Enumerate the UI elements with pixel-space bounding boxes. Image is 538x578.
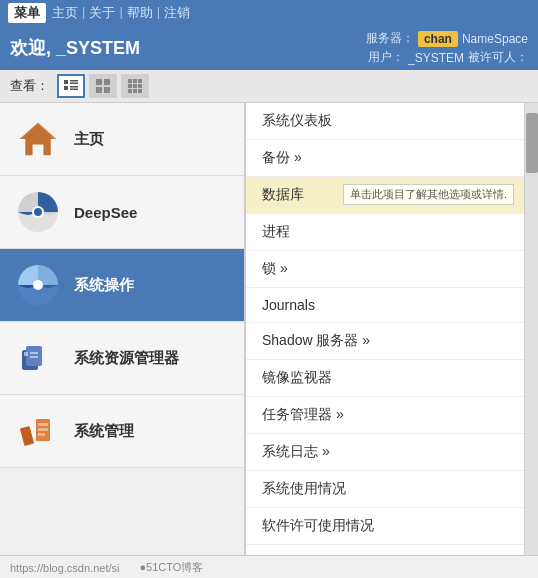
dropdown-item-label-syslog: 系统日志 »	[262, 443, 330, 461]
dropdown-item-label-journals: Journals	[262, 297, 315, 313]
deepsee-icon	[16, 190, 60, 234]
view-btn-grid[interactable]	[89, 74, 117, 98]
dropdown-item-label-lock: 锁 »	[262, 260, 288, 278]
svg-rect-4	[70, 86, 78, 88]
sidebar: 主页 DeepSee	[0, 103, 245, 555]
sidebar-item-deepsee-label: DeepSee	[74, 204, 137, 221]
watermark-left: https://blog.csdn.net/si	[10, 562, 119, 574]
svg-point-25	[33, 280, 43, 290]
sidebar-item-deepsee[interactable]: DeepSee	[0, 176, 244, 249]
sidebar-item-home-label: 主页	[74, 130, 104, 149]
sidebar-item-home[interactable]: 主页	[0, 103, 244, 176]
svg-rect-9	[104, 87, 110, 93]
svg-rect-12	[138, 79, 142, 83]
server-value: chan	[418, 31, 458, 47]
view-btn-list[interactable]	[57, 74, 85, 98]
dropdown-item-label-sysusage: 系统使用情况	[262, 480, 346, 498]
svg-rect-16	[128, 89, 132, 93]
svg-rect-0	[64, 80, 68, 84]
sidebar-item-sysmgr[interactable]: 系统管理	[0, 395, 244, 468]
svg-rect-31	[20, 426, 34, 446]
dropdown-item-journals[interactable]: Journals	[246, 288, 524, 323]
dropdown-item-process[interactable]: 进程	[246, 214, 524, 251]
sep1: |	[82, 4, 85, 22]
menu-about[interactable]: 关于	[89, 4, 115, 22]
sysops-icon	[16, 263, 60, 307]
header-title: 欢迎, _SYSTEM	[10, 36, 140, 60]
dropdown-item-lock[interactable]: 锁 »	[246, 251, 524, 288]
user-label: 用户：	[368, 49, 404, 66]
sysres-icon	[16, 336, 60, 380]
sep3: |	[157, 4, 160, 22]
svg-rect-17	[133, 89, 137, 93]
dropdown-item-label-softlicense: 软件许可使用情况	[262, 517, 374, 535]
server-label: 服务器：	[366, 30, 414, 47]
dropdown-item-label-taskmanager: 任务管理器 »	[262, 406, 344, 424]
svg-rect-10	[128, 79, 132, 83]
svg-rect-34	[38, 428, 48, 431]
menu-links: 主页 | 关于 | 帮助 | 注销	[52, 4, 190, 22]
svg-rect-14	[133, 84, 137, 88]
dropdown-item-mirror[interactable]: 镜像监视器	[246, 360, 524, 397]
server-row: 服务器： chan NameSpace	[366, 30, 528, 47]
dropdown-item-database[interactable]: 数据库单击此项目了解其他选项或详情.	[246, 177, 524, 214]
dropdown-item-sysusage[interactable]: 系统使用情况	[246, 471, 524, 508]
dropdown-item-syslog[interactable]: 系统日志 »	[246, 434, 524, 471]
svg-rect-30	[30, 356, 38, 358]
menu-logout[interactable]: 注销	[164, 4, 190, 22]
sep2: |	[119, 4, 122, 22]
view-btn-large[interactable]	[121, 74, 149, 98]
dropdown-item-label-process: 进程	[262, 223, 290, 241]
dropdown-item-backup[interactable]: 备份 »	[246, 140, 524, 177]
menu-help[interactable]: 帮助	[127, 4, 153, 22]
dropdown-item-label-shadow: Shadow 服务器 »	[262, 332, 370, 350]
dropdown-item-softlicense[interactable]: 软件许可使用情况	[246, 508, 524, 545]
dropdown-item-label-cspsession: CSP会话	[262, 554, 319, 555]
user-value: _SYSTEM	[408, 51, 464, 65]
svg-rect-18	[138, 89, 142, 93]
dropdown-item-label-database: 数据库	[262, 186, 304, 204]
svg-rect-35	[38, 433, 45, 436]
svg-rect-6	[96, 79, 102, 85]
dropdown-panel: 系统仪表板备份 »数据库单击此项目了解其他选项或详情.进程锁 »Journals…	[245, 103, 524, 555]
svg-rect-8	[96, 87, 102, 93]
dropdown-item-taskmanager[interactable]: 任务管理器 »	[246, 397, 524, 434]
svg-rect-29	[30, 352, 38, 354]
svg-marker-19	[20, 123, 56, 156]
main-area: 主页 DeepSee	[0, 103, 538, 555]
sidebar-item-sysops[interactable]: 系统操作	[0, 249, 244, 322]
dropdown-item-label-mirror: 镜像监视器	[262, 369, 332, 387]
dropdown-item-shadow[interactable]: Shadow 服务器 »	[246, 323, 524, 360]
svg-point-23	[34, 208, 42, 216]
watermark-bar: https://blog.csdn.net/si ●51CTO博客	[0, 555, 538, 578]
view-label: 查看：	[10, 77, 49, 95]
sidebar-item-sysres[interactable]: 系统资源管理器	[0, 322, 244, 395]
menu-label[interactable]: 菜单	[8, 3, 46, 23]
watermark-right: ●51CTO博客	[139, 560, 203, 575]
scrollbar-thumb[interactable]	[526, 113, 538, 173]
permission-label: 被许可人：	[468, 49, 528, 66]
svg-rect-28	[24, 352, 28, 356]
header-bar: 欢迎, _SYSTEM 服务器： chan NameSpace 用户： _SYS…	[0, 26, 538, 70]
svg-rect-11	[133, 79, 137, 83]
svg-rect-5	[70, 89, 78, 91]
svg-rect-3	[64, 86, 68, 90]
sidebar-item-sysops-label: 系统操作	[74, 276, 134, 295]
namespace-label: NameSpace	[462, 32, 528, 46]
svg-rect-7	[104, 79, 110, 85]
sidebar-item-sysmgr-label: 系统管理	[74, 422, 134, 441]
svg-rect-2	[70, 83, 78, 85]
scrollbar[interactable]	[524, 103, 538, 555]
sidebar-item-sysres-label: 系统资源管理器	[74, 349, 179, 368]
sysmgr-icon	[16, 409, 60, 453]
home-icon	[16, 117, 60, 161]
dropdown-item-cspsession[interactable]: CSP会话	[246, 545, 524, 555]
menu-home[interactable]: 主页	[52, 4, 78, 22]
top-menu-bar: 菜单 主页 | 关于 | 帮助 | 注销	[0, 0, 538, 26]
svg-rect-33	[38, 423, 48, 426]
dropdown-item-dashboard[interactable]: 系统仪表板	[246, 103, 524, 140]
svg-rect-1	[70, 80, 78, 82]
svg-rect-15	[138, 84, 142, 88]
user-row: 用户： _SYSTEM 被许可人：	[368, 49, 528, 66]
tooltip-database: 单击此项目了解其他选项或详情.	[343, 184, 514, 205]
